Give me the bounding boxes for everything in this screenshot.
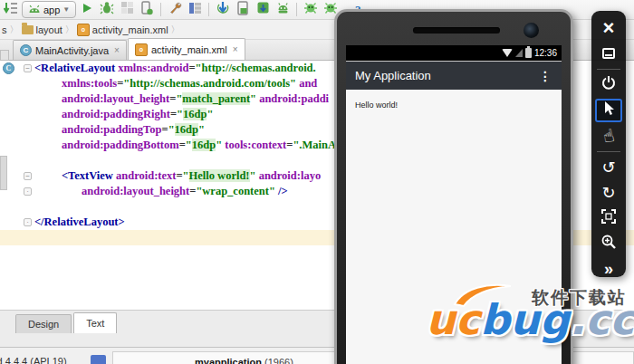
zoom-in-button[interactable]: [595, 232, 622, 255]
panel-fragment: [0, 50, 9, 61]
emulator-phone: 12:36 My Application ⋮ Hello world!: [334, 9, 573, 364]
fit-screen-button[interactable]: [595, 206, 622, 230]
panel-fragment: [0, 156, 7, 190]
hand-cursor-icon: ☝: [601, 124, 617, 148]
coverage-button[interactable]: [118, 2, 136, 18]
minimize-button[interactable]: [595, 42, 622, 65]
pointer-button[interactable]: [595, 99, 622, 122]
tab-design[interactable]: Design: [15, 314, 72, 333]
device-monitor-button[interactable]: [234, 2, 252, 18]
power-button[interactable]: [595, 73, 622, 97]
tab-text[interactable]: Text: [73, 312, 117, 333]
editor-gutter: [0, 199, 34, 215]
run-icon: [81, 2, 93, 18]
more-button[interactable]: »: [595, 257, 622, 281]
android-statusbar: 12:36: [346, 45, 562, 62]
tab-label: MainActivity.java: [35, 45, 109, 56]
breadcrumb-label: layout: [36, 24, 62, 35]
process-label: myapplication (1966): [195, 357, 293, 364]
close-icon[interactable]: ×: [233, 44, 238, 54]
breadcrumb-chevron-icon: 〉: [10, 24, 19, 36]
breadcrumb-chevron-icon: 〉: [65, 24, 74, 36]
xml-file-icon: o: [77, 24, 90, 36]
hello-world-text: Hello world!: [355, 101, 398, 110]
more-icon: »: [604, 260, 613, 279]
minimize-icon: [602, 48, 615, 59]
fold-marker-icon[interactable]: −: [24, 172, 32, 180]
settings-wrench-button[interactable]: [166, 2, 184, 18]
sort-lines-icon: [4, 1, 18, 19]
android-assistant-button[interactable]: [274, 2, 292, 18]
tab-label: Text: [86, 318, 104, 329]
overflow-menu-icon[interactable]: ⋮: [539, 69, 552, 83]
breadcrumb-label: s: [2, 24, 7, 35]
avd-manager-icon: [188, 2, 202, 18]
battery-icon: [525, 48, 532, 58]
clock-label: 12:36: [534, 48, 557, 58]
zoom-in-icon: [600, 234, 617, 254]
class-icon: C: [20, 44, 32, 56]
phone-speaker: [413, 27, 500, 34]
phone-camera: [524, 23, 539, 38]
editor-gutter: C−: [0, 61, 34, 76]
toolbar-separator: [160, 3, 161, 16]
hand-button[interactable]: ☝: [595, 124, 622, 148]
tab-MainActivity.java[interactable]: CMainActivity.java×: [13, 40, 127, 60]
fold-marker-icon[interactable]: −: [24, 64, 32, 72]
close-button[interactable]: ×: [595, 16, 622, 40]
android-studio-window: app▼? s〉layout〉oactivity_main.xml〉 CMain…: [0, 0, 634, 364]
power-icon: [600, 75, 617, 95]
sync-sdk-button[interactable]: [214, 2, 232, 18]
close-icon[interactable]: ×: [114, 45, 120, 55]
emulator-screen[interactable]: 12:36 My Application ⋮ Hello world!: [346, 45, 562, 364]
pointer-icon: [601, 101, 616, 120]
process-name: myapplication: [195, 357, 262, 364]
breadcrumb-item-layout[interactable]: layout: [22, 24, 62, 35]
editor-gutter: [0, 230, 34, 245]
fold-marker-icon[interactable]: ·: [24, 187, 32, 196]
xml-file-icon: o: [135, 43, 148, 56]
breadcrumb-item-activity_main.xml[interactable]: oactivity_main.xml: [77, 24, 168, 36]
android-icon: [28, 5, 41, 15]
editor-gutter: ·: [0, 215, 34, 230]
breadcrumb-item-s[interactable]: s: [2, 24, 7, 35]
editor-gutter: [0, 76, 34, 91]
sort-lines-button[interactable]: [2, 2, 20, 18]
editor-gutter: [0, 91, 34, 107]
android-assistant-icon: [276, 2, 290, 18]
run-config-dropdown[interactable]: app▼: [22, 1, 76, 18]
bug-report-button[interactable]: [302, 2, 320, 18]
signal-icon: [515, 49, 523, 57]
attach-debugger-button[interactable]: [138, 2, 156, 18]
chevron-down-icon: ▼: [62, 5, 70, 14]
rotate-cw-button[interactable]: ↻: [595, 181, 622, 205]
settings-wrench-icon: [168, 1, 182, 18]
bug-report-icon: [303, 1, 318, 18]
related-class-icon[interactable]: C: [3, 62, 14, 74]
toolbar-separator: [296, 3, 297, 16]
run-button[interactable]: [78, 2, 96, 18]
toolbar-separator: [597, 151, 620, 152]
debug-button[interactable]: [98, 2, 116, 18]
emulator-side-toolbar: ×☝↺↻»: [591, 11, 626, 277]
rotate-ccw-icon: ↺: [601, 159, 615, 176]
editor-gutter: [0, 138, 34, 153]
coverage-icon: [120, 1, 134, 18]
close-icon: ×: [603, 19, 615, 37]
sync-sdk-icon: [216, 1, 230, 19]
tab-activity_main.xml[interactable]: oactivity_main.xml×: [128, 38, 245, 60]
app-title: My Application: [355, 69, 431, 82]
device-icon: [91, 355, 106, 364]
sdk-download-button[interactable]: [254, 2, 272, 18]
wifi-icon: [502, 49, 513, 57]
process-pid: (1966): [262, 357, 293, 364]
avd-manager-button[interactable]: [186, 2, 204, 18]
device-monitor-icon: [236, 1, 249, 19]
app-content: Hello world!: [346, 90, 562, 120]
fit-screen-icon: [600, 208, 617, 228]
rotate-ccw-button[interactable]: ↺: [595, 156, 622, 179]
editor-gutter: [0, 107, 34, 122]
fold-marker-icon[interactable]: ·: [24, 218, 32, 226]
attach-debugger-icon: [140, 1, 153, 19]
device-label: android 4.4.4 (API 19): [0, 356, 67, 364]
